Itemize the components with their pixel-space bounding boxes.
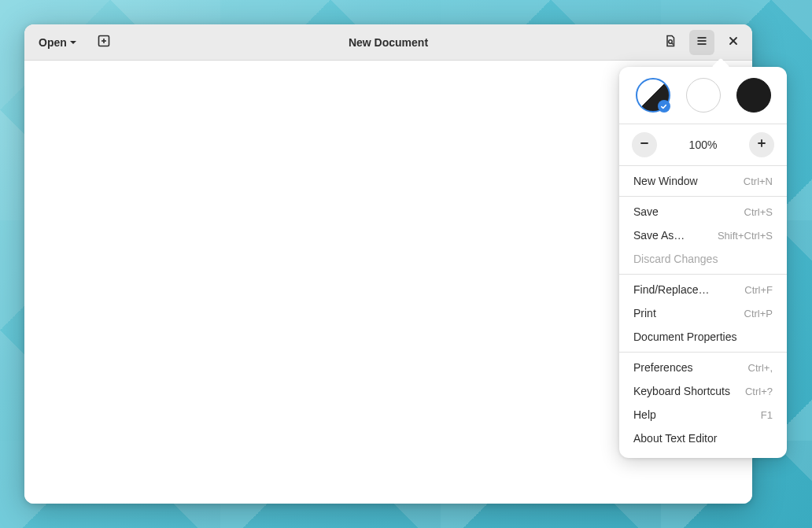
menu-item-keyboard-shortcuts[interactable]: Keyboard Shortcuts Ctrl+? <box>619 379 787 403</box>
menu-section-app: Preferences Ctrl+, Keyboard Shortcuts Ct… <box>619 353 787 453</box>
menu-item-preferences[interactable]: Preferences Ctrl+, <box>619 356 787 379</box>
menu-item-find-replace[interactable]: Find/Replace… Ctrl+F <box>619 278 787 301</box>
zoom-value: 100% <box>689 138 718 151</box>
svg-line-4 <box>672 42 674 44</box>
text-editor-window: Open New Document <box>24 24 752 504</box>
menu-item-label: Save As… <box>633 229 685 242</box>
theme-system[interactable] <box>636 78 670 113</box>
header-left-group: Open <box>31 30 116 55</box>
menu-item-label: New Window <box>633 175 698 187</box>
menu-item-label: Help <box>633 408 656 421</box>
close-window-button[interactable] <box>721 30 746 55</box>
header-bar: Open New Document <box>24 24 752 61</box>
menu-item-shortcut: Ctrl+? <box>745 386 773 397</box>
menu-item-shortcut: Ctrl+N <box>744 175 773 187</box>
zoom-in-button[interactable] <box>749 132 774 157</box>
menu-section-document: Find/Replace… Ctrl+F Print Ctrl+P Docume… <box>619 275 787 352</box>
menu-item-save-as[interactable]: Save As… Shift+Ctrl+S <box>619 223 787 247</box>
search-button[interactable] <box>658 30 683 55</box>
menu-item-label: Print <box>633 307 656 319</box>
svg-point-3 <box>669 39 672 42</box>
menu-section-save: Save Ctrl+S Save As… Shift+Ctrl+S Discar… <box>619 197 787 274</box>
menu-item-shortcut: Ctrl+, <box>748 362 773 374</box>
menu-item-shortcut: Ctrl+S <box>744 206 773 218</box>
menu-item-shortcut: Ctrl+F <box>744 284 773 296</box>
theme-selector-row <box>619 73 787 124</box>
menu-item-document-properties[interactable]: Document Properties <box>619 325 787 349</box>
menu-item-discard-changes: Discard Changes <box>619 247 787 271</box>
plus-icon <box>756 138 767 152</box>
menu-item-label: Keyboard Shortcuts <box>633 385 730 397</box>
main-menu-popover: 100% New Window Ctrl+N Save Ctrl+ <box>619 67 787 458</box>
theme-light[interactable] <box>686 78 721 113</box>
zoom-row: 100% <box>619 124 787 165</box>
menu-item-label: Document Properties <box>633 330 737 343</box>
menu-item-label: Discard Changes <box>633 253 718 265</box>
window-title: New Document <box>349 36 428 49</box>
menu-item-shortcut: Shift+Ctrl+S <box>718 230 773 242</box>
new-tab-button[interactable] <box>91 30 116 55</box>
close-icon <box>728 35 739 50</box>
document-search-icon <box>664 35 677 50</box>
menu-item-label: Save <box>633 205 659 218</box>
minus-icon <box>639 138 650 152</box>
menu-item-new-window[interactable]: New Window Ctrl+N <box>619 169 787 193</box>
open-button[interactable]: Open <box>31 31 85 54</box>
menu-item-about[interactable]: About Text Editor <box>619 426 787 450</box>
theme-dark[interactable] <box>736 78 771 113</box>
hamburger-menu-button[interactable] <box>689 30 714 55</box>
menu-item-shortcut: Ctrl+P <box>744 308 773 319</box>
hamburger-icon <box>696 35 708 50</box>
menu-item-print[interactable]: Print Ctrl+P <box>619 301 787 325</box>
chevron-down-icon <box>69 36 77 49</box>
menu-item-label: About Text Editor <box>633 432 717 445</box>
menu-item-shortcut: F1 <box>761 409 773 421</box>
open-button-label: Open <box>39 36 67 49</box>
menu-item-label: Preferences <box>633 361 692 374</box>
check-icon <box>658 100 670 113</box>
zoom-out-button[interactable] <box>632 132 657 157</box>
menu-item-label: Find/Replace… <box>633 283 710 296</box>
new-tab-icon <box>98 35 110 50</box>
menu-item-help[interactable]: Help F1 <box>619 403 787 426</box>
menu-item-save[interactable]: Save Ctrl+S <box>619 200 787 223</box>
header-right-group <box>658 30 746 55</box>
menu-section-window: New Window Ctrl+N <box>619 166 787 196</box>
